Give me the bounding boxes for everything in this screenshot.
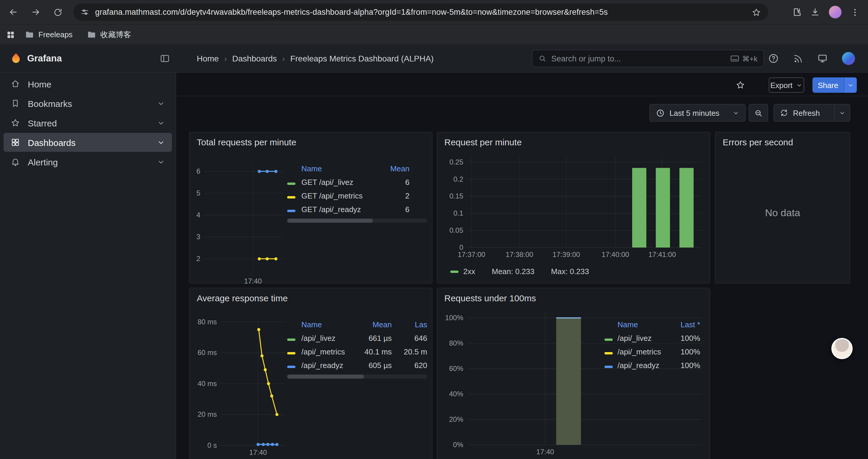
legend-header: Name Mean — [287, 162, 427, 175]
series-name[interactable]: /api/_readyz — [301, 361, 355, 370]
brand-name: Grafana — [27, 53, 62, 64]
browser-toolbar: grafana.mathmast.com/d/deytv4rwavabkb/fr… — [0, 0, 868, 24]
bookmark-label: Freeleaps — [38, 30, 73, 39]
series-name[interactable]: /api/_livez — [617, 334, 671, 342]
svg-text:17:37:00: 17:37:00 — [458, 251, 485, 258]
legend-header-last[interactable]: Las — [392, 320, 427, 329]
time-range-label: Last 5 minutes — [670, 108, 719, 117]
svg-text:6: 6 — [196, 167, 200, 175]
series-color-dash — [450, 270, 459, 273]
sidebar-item-alerting[interactable]: Alerting — [4, 153, 172, 171]
series-name[interactable]: GET /api/_livez — [301, 178, 379, 187]
bookmark-folder-blogs[interactable]: 收藏博客 — [82, 27, 136, 42]
chevron-down-icon[interactable] — [157, 158, 165, 166]
chevron-down-icon[interactable] — [157, 119, 165, 127]
breadcrumb-current: Freeleaps Metrics Dashboard (ALPHA) — [290, 54, 434, 63]
help-icon[interactable] — [768, 53, 779, 64]
svg-text:40 ms: 40 ms — [198, 380, 217, 388]
time-range-picker[interactable]: Last 5 minutes — [649, 104, 746, 122]
address-bar[interactable]: grafana.mathmast.com/d/deytv4rwavabkb/fr… — [73, 4, 768, 21]
share-button[interactable]: Share — [812, 77, 857, 93]
menu-kebab-icon[interactable] — [850, 7, 860, 17]
refresh-button[interactable]: Refresh — [773, 104, 850, 122]
breadcrumb-home[interactable]: Home — [197, 54, 219, 63]
series-name[interactable]: 2xx — [463, 267, 475, 276]
sidebar-item-starred[interactable]: Starred — [4, 113, 172, 132]
bookmark-label: 收藏博客 — [100, 29, 131, 40]
avg-response-time-chart[interactable]: 80 ms60 ms40 ms20 ms0 s17:40 — [190, 288, 433, 459]
chevron-down-icon[interactable] — [157, 100, 165, 107]
series-name[interactable]: /api/_metrics — [617, 347, 671, 356]
legend-row[interactable]: /api/_metrics 40.1 ms 20.5 m — [287, 345, 427, 359]
assistant-avatar-button[interactable] — [831, 338, 852, 359]
series-mean: 40.1 ms — [355, 347, 392, 356]
home-icon — [11, 79, 20, 89]
series-name[interactable]: /api/_livez — [301, 334, 355, 342]
search-input[interactable]: Search or jump to... ⌘+k — [532, 50, 764, 67]
legend-row[interactable]: /api/_readyz 100% — [604, 359, 700, 372]
monitor-icon[interactable] — [817, 53, 828, 64]
refresh-interval-dropdown-icon[interactable] — [834, 104, 850, 121]
zoom-out-button[interactable] — [749, 104, 768, 122]
toolbar-right — [792, 0, 868, 24]
legend-row[interactable]: /api/_livez 100% — [604, 331, 700, 345]
legend-header-name[interactable]: Name — [301, 164, 379, 173]
request-per-minute-chart[interactable]: 0.250.20.150.10.05017:37:0017:38:0017:39… — [437, 132, 711, 284]
share-dropdown-icon[interactable] — [843, 77, 857, 93]
legend-header-mean[interactable]: Mean — [355, 320, 392, 329]
series-name[interactable]: GET /api/_readyz — [301, 205, 379, 214]
series-mean: 2 — [379, 191, 409, 200]
url-text[interactable]: grafana.mathmast.com/d/deytv4rwavabkb/fr… — [95, 8, 746, 17]
site-settings-icon[interactable] — [80, 8, 89, 17]
sidebar-item-label: Alerting — [28, 157, 58, 167]
under-100ms-chart[interactable]: 100%80%60%40%20%0%17:40 — [437, 288, 711, 459]
series-name[interactable]: /api/_metrics — [301, 347, 355, 356]
legend-header-mean[interactable]: Mean — [379, 164, 409, 173]
folder-icon — [25, 30, 34, 39]
legend-header-last[interactable]: Last * — [671, 320, 700, 329]
sidebar-item-bookmarks[interactable]: Bookmarks — [4, 94, 172, 113]
breadcrumb-dashboards[interactable]: Dashboards — [232, 54, 277, 63]
legend-scrollbar-thumb[interactable] — [287, 219, 373, 223]
news-rss-icon[interactable] — [793, 54, 803, 64]
legend-header-name[interactable]: Name — [301, 320, 355, 329]
legend-row[interactable]: /api/_metrics 100% — [604, 345, 700, 359]
favorite-star-icon[interactable] — [736, 80, 745, 90]
chevron-down-icon[interactable] — [157, 138, 165, 146]
legend-scrollbar-thumb[interactable] — [287, 374, 364, 379]
legend-scrollbar[interactable] — [287, 219, 427, 223]
bookmark-star-icon[interactable] — [752, 7, 761, 17]
export-button[interactable]: Export — [769, 77, 804, 93]
legend-row[interactable]: /api/_livez 661 µs 646 — [287, 331, 427, 345]
svg-text:4: 4 — [196, 211, 200, 219]
series-color-dash — [287, 338, 296, 341]
back-icon[interactable] — [4, 3, 23, 22]
series-color-dash — [604, 352, 613, 355]
svg-text:0.1: 0.1 — [454, 209, 463, 217]
bookmark-folder-freeleaps[interactable]: Freeleaps — [20, 28, 78, 42]
browser-profile-avatar[interactable] — [829, 5, 842, 19]
toggle-sidebar-icon[interactable] — [159, 53, 170, 64]
sidebar-item-dashboards[interactable]: Dashboards — [4, 133, 172, 152]
legend-scrollbar[interactable] — [287, 374, 427, 379]
legend-row[interactable]: GET /api/_readyz 6 — [287, 203, 427, 216]
sidebar-item-home[interactable]: Home — [4, 74, 172, 93]
grafana-logo-icon[interactable] — [9, 52, 23, 65]
svg-text:0.15: 0.15 — [450, 192, 463, 200]
apps-grid-icon[interactable] — [6, 30, 16, 39]
forward-icon[interactable] — [26, 3, 45, 22]
user-avatar[interactable] — [842, 52, 855, 65]
legend-header-name[interactable]: Name — [617, 320, 671, 329]
legend-row[interactable]: /api/_readyz 605 µs 620 — [287, 359, 427, 372]
zoom-out-icon — [754, 108, 763, 117]
svg-text:5: 5 — [196, 189, 200, 197]
reload-icon[interactable] — [49, 3, 67, 22]
downloads-icon[interactable] — [810, 7, 820, 17]
legend-row[interactable]: GET /api/_metrics 2 — [287, 189, 427, 203]
legend-row[interactable]: GET /api/_livez 6 — [287, 175, 427, 189]
series-name[interactable]: GET /api/_metrics — [301, 191, 379, 200]
series-name[interactable]: /api/_readyz — [617, 361, 671, 370]
svg-text:0.2: 0.2 — [454, 175, 463, 183]
extensions-icon[interactable] — [792, 7, 802, 17]
series-color-dash — [287, 210, 296, 212]
